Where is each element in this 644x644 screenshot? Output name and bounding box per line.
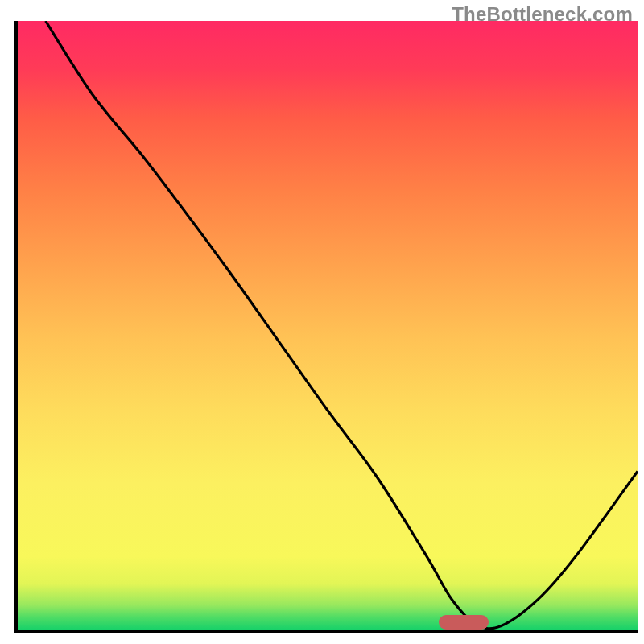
optimal-marker (439, 615, 489, 630)
plot-area (14, 21, 638, 633)
curve-line (46, 21, 638, 629)
chart-stage: TheBottleneck.com (0, 0, 644, 644)
bottleneck-curve (18, 21, 638, 630)
